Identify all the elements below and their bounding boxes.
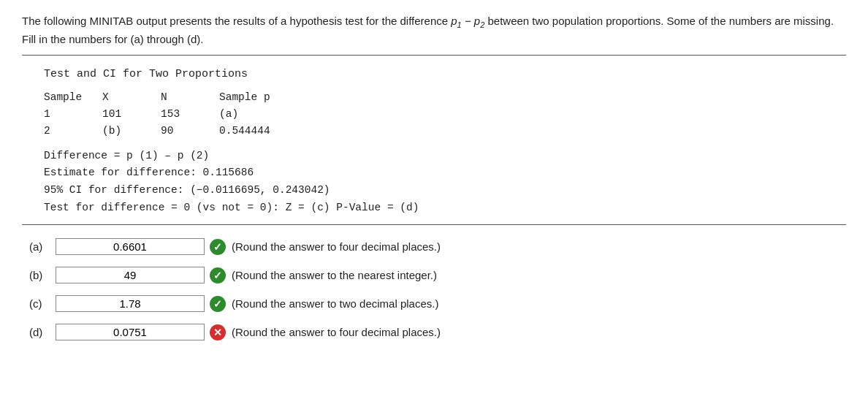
col-header-x: X <box>102 89 161 106</box>
answer-hint-a: (Round the answer to four decimal places… <box>232 240 441 253</box>
intro-paragraph: The following MINITAB output presents th… <box>22 13 846 47</box>
answer-label-a: (a) <box>29 240 56 253</box>
answer-hint-d: (Round the answer to four decimal places… <box>232 326 441 338</box>
incorrect-icon-d: ✕ <box>210 324 226 340</box>
minitab-equations: Difference = p (1) – p (2) Estimate for … <box>44 148 846 218</box>
table-header-row: Sample X N Sample p <box>44 89 283 106</box>
correct-icon-b: ✓ <box>210 267 226 283</box>
minitab-table: Sample X N Sample p 1 101 153 (a) 2 (b) … <box>44 89 846 140</box>
table-row: 2 (b) 90 0.544444 <box>44 123 283 140</box>
col-header-n: N <box>161 89 219 106</box>
col-header-sample: Sample <box>44 89 102 106</box>
top-divider <box>22 55 846 56</box>
cell-n-2: 90 <box>161 123 219 140</box>
answer-label-d: (d) <box>29 326 56 338</box>
minitab-output: Test and CI for Two Proportions Sample X… <box>44 66 846 217</box>
answer-input-b[interactable] <box>56 267 205 283</box>
eq-3: 95% CI for difference: (−0.0116695, 0.24… <box>44 182 846 199</box>
answer-row-a: (a) ✓ (Round the answer to four decimal … <box>29 238 846 255</box>
answer-input-c[interactable] <box>56 295 205 312</box>
eq-2: Estimate for difference: 0.115686 <box>44 164 846 182</box>
answer-row-c: (c) ✓ (Round the answer to two decimal p… <box>29 295 846 312</box>
correct-icon-c: ✓ <box>210 296 226 312</box>
table-row: 1 101 153 (a) <box>44 106 283 123</box>
answer-row-d: (d) ✕ (Round the answer to four decimal … <box>29 324 846 340</box>
cell-p-2: 0.544444 <box>219 123 283 140</box>
eq-4: Test for difference = 0 (vs not = 0): Z … <box>44 199 846 217</box>
answer-input-d[interactable] <box>56 324 205 340</box>
answer-label-c: (c) <box>29 297 56 310</box>
col-header-samplep: Sample p <box>219 89 283 106</box>
answer-input-a[interactable] <box>56 238 205 255</box>
answer-hint-c: (Round the answer to two decimal places.… <box>232 297 438 310</box>
correct-icon-a: ✓ <box>210 239 226 255</box>
intro-text-before: The following MINITAB output presents th… <box>22 15 451 27</box>
cell-sample-2: 2 <box>44 123 102 140</box>
eq-1: Difference = p (1) – p (2) <box>44 148 846 165</box>
answers-section: (a) ✓ (Round the answer to four decimal … <box>29 238 846 340</box>
cell-sample-1: 1 <box>44 106 102 123</box>
cell-x-1: 101 <box>102 106 161 123</box>
bottom-divider <box>22 224 846 225</box>
cell-n-1: 153 <box>161 106 219 123</box>
minitab-title: Test and CI for Two Proportions <box>44 66 846 83</box>
cell-x-2: (b) <box>102 123 161 140</box>
answer-row-b: (b) ✓ (Round the answer to the nearest i… <box>29 267 846 283</box>
answer-hint-b: (Round the answer to the nearest integer… <box>232 269 437 281</box>
answer-label-b: (b) <box>29 269 56 281</box>
cell-p-1: (a) <box>219 106 283 123</box>
intro-math: p1 − p2 <box>451 15 484 27</box>
